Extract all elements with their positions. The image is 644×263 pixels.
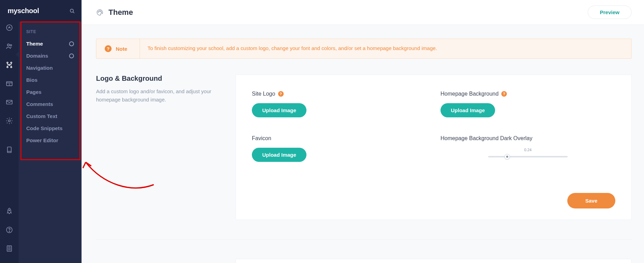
main: Theme Preview ? Note To finish customizi… (82, 0, 644, 263)
sidebar-item-custom-text[interactable]: Custom Text (19, 110, 82, 122)
svg-rect-13 (8, 147, 11, 153)
svg-point-19 (98, 11, 99, 12)
svg-point-4 (7, 62, 8, 64)
svg-point-20 (99, 10, 100, 11)
sidebar-item-bios[interactable]: Bios (19, 74, 82, 86)
note-badge: Note (116, 46, 127, 52)
field-overlay: Homepage Background Dark Overlay 0.24 (441, 135, 615, 162)
svg-point-7 (11, 67, 12, 68)
users-icon[interactable] (5, 42, 13, 50)
field-homepage-bg: Homepage Background ? Upload Image (441, 91, 615, 117)
field-favicon: Favicon Upload Image (252, 135, 427, 162)
rocket-icon[interactable] (5, 207, 13, 215)
sidebar-item-power-editor[interactable]: Power Editor (19, 134, 82, 146)
svg-point-18 (70, 9, 73, 12)
search-icon[interactable] (69, 8, 75, 14)
section-title: Logo & Background (96, 75, 227, 82)
calculator-icon[interactable] (5, 244, 13, 253)
svg-point-8 (9, 64, 10, 66)
sidebar-item-domains[interactable]: Domains (19, 50, 82, 62)
sidebar-item-comments[interactable]: Comments (19, 98, 82, 110)
icon-rail: $ (0, 0, 19, 263)
svg-point-3 (10, 45, 11, 46)
sidebar-item-label: Power Editor (26, 137, 58, 143)
sales-icon[interactable]: $ (5, 79, 13, 88)
svg-point-14 (9, 210, 10, 211)
field-site-logo: Site Logo ? Upload Image (252, 91, 427, 117)
svg-point-22 (101, 12, 102, 12)
section-card: Site Logo ? Upload Image Homepage Backgr… (236, 75, 632, 220)
help-icon[interactable]: ? (501, 91, 507, 97)
svg-text:$: $ (9, 83, 10, 86)
tablet-icon[interactable] (5, 146, 13, 154)
note-banner: ? Note To finish customizing your school… (96, 39, 632, 59)
svg-point-5 (11, 62, 12, 64)
sidebar-item-label: Pages (26, 89, 41, 95)
sidebar-item-label: Custom Text (26, 113, 57, 119)
field-label: Site Logo (252, 91, 275, 97)
svg-point-21 (100, 11, 101, 11)
sidebar-item-label: Navigation (26, 65, 53, 71)
sidebar-item-theme[interactable]: Theme (19, 38, 82, 50)
sidebar-heading: SITE (19, 27, 82, 38)
sidebar-item-label: Theme (26, 41, 43, 47)
note-text: To finish customizing your school, add a… (140, 39, 445, 58)
svg-point-16 (9, 231, 9, 232)
sidebar-item-label: Code Snippets (26, 125, 63, 131)
preview-button[interactable]: Preview (588, 6, 632, 19)
sidebar-item-label: Domains (26, 53, 48, 59)
status-ring-icon (69, 41, 74, 46)
dashboard-icon[interactable] (5, 23, 13, 32)
svg-point-2 (7, 44, 9, 46)
section-divider (96, 239, 632, 240)
overlay-slider[interactable] (488, 154, 568, 159)
emails-icon[interactable] (5, 98, 13, 106)
upload-favicon-button[interactable]: Upload Image (252, 148, 306, 162)
field-label: Homepage Background (441, 91, 499, 97)
sidebar-item-navigation[interactable]: Navigation (19, 62, 82, 74)
page-title: Theme (108, 8, 133, 17)
slider-value: 0.24 (524, 148, 531, 152)
slider-thumb[interactable] (504, 154, 510, 159)
site-icon[interactable] (5, 61, 13, 69)
svg-point-1 (9, 27, 10, 27)
svg-point-6 (7, 67, 8, 68)
brand-label: myschool (8, 7, 39, 15)
sidebar-item-pages[interactable]: Pages (19, 86, 82, 98)
section-desc: Add a custom logo and/or favicon, and ad… (96, 87, 227, 104)
palette-icon (96, 9, 104, 16)
sidebar-item-label: Bios (26, 77, 38, 83)
upload-site-logo-button[interactable]: Upload Image (252, 103, 306, 117)
question-icon: ? (105, 45, 112, 52)
active-indicator-icon (16, 52, 19, 57)
sidebar-item-code-snippets[interactable]: Code Snippets (19, 122, 82, 134)
svg-point-12 (8, 120, 10, 122)
svg-rect-17 (7, 246, 12, 252)
settings-icon[interactable] (5, 117, 13, 125)
sidebar: myschool SITE Theme Domains Navigation B… (19, 0, 82, 263)
help-icon[interactable] (5, 226, 13, 234)
status-ring-icon (69, 53, 74, 58)
topbar: Theme Preview (82, 0, 644, 25)
field-label: Favicon (252, 135, 271, 142)
field-label: Homepage Background Dark Overlay (441, 135, 532, 142)
upload-homepage-bg-button[interactable]: Upload Image (441, 103, 495, 117)
help-icon[interactable]: ? (278, 91, 284, 97)
sidebar-item-label: Comments (26, 101, 53, 107)
save-button[interactable]: Save (567, 193, 615, 208)
content-area: ? Note To finish customizing your school… (82, 25, 644, 263)
